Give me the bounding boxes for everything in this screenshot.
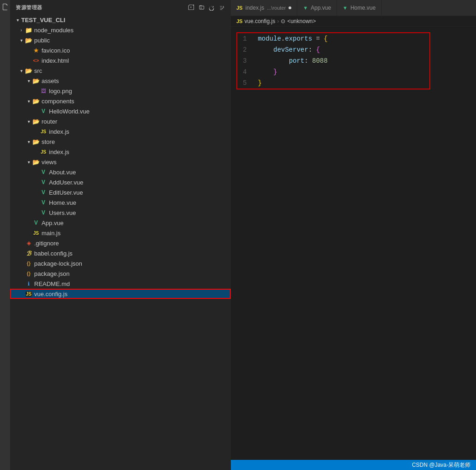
babel-icon: ℬ (25, 250, 32, 257)
code-area: 1 2 3 4 5 module.exports = { devServer: … (237, 33, 429, 89)
html-icon: <> (32, 57, 40, 64)
tab-vue-icon: ▼ (343, 5, 348, 11)
tree-item-src[interactable]: 📂 src (10, 65, 231, 76)
tab-bar: JS index.js ...\router ▼ App.vue ▼ Home.… (231, 0, 476, 16)
line-num-5: 5 (243, 77, 247, 89)
new-folder-button[interactable] (198, 4, 205, 11)
tree-item-logo[interactable]: 🖼 logo.png (10, 86, 231, 96)
tree-item-about[interactable]: V About.vue (10, 167, 231, 177)
code-line-3: port: 8088 (258, 55, 424, 66)
router-arrow (25, 118, 32, 125)
tree-item-babel[interactable]: ℬ babel.config.js (10, 248, 231, 258)
js-icon: JS (25, 290, 32, 297)
tree-item-package-json[interactable]: {} package.json (10, 268, 231, 279)
tree-item-router-index[interactable]: JS index.js (10, 126, 231, 137)
tree-item-helloworld[interactable]: V HelloWorld.vue (10, 106, 231, 116)
js-icon: JS (40, 128, 47, 135)
readme-label: README.md (34, 280, 70, 287)
breadcrumb-file: vue.config.js (244, 18, 275, 24)
collapse-all-button[interactable] (218, 4, 225, 11)
tree-item-gitignore[interactable]: ◈ .gitignore (10, 238, 231, 248)
folder-icon: 📁 (25, 26, 32, 34)
folder-icon: 📂 (32, 138, 40, 145)
edituser-label: EditUser.vue (49, 189, 83, 196)
views-label: views (42, 159, 57, 166)
tree-item-main-js[interactable]: JS main.js (10, 228, 231, 238)
main-js-label: main.js (42, 230, 60, 237)
vue-icon: V (40, 199, 47, 206)
node-modules-arrow (18, 26, 25, 34)
tree-item-index-html[interactable]: <> index.html (10, 55, 231, 65)
public-arrow (18, 36, 25, 44)
sidebar-title: 资源管理器 (16, 4, 42, 11)
vue-icon: V (40, 178, 47, 186)
favicon-label: favicon.ico (42, 47, 70, 54)
components-label: components (42, 98, 74, 105)
line-num-4: 4 (243, 66, 247, 77)
about-label: About.vue (49, 169, 76, 176)
line-num-3: 3 (243, 55, 247, 66)
home-label: Home.vue (49, 199, 76, 206)
app-vue-label: App.vue (42, 220, 64, 226)
folder-icon: 📂 (25, 36, 32, 44)
tree-item-assets[interactable]: 📂 assets (10, 76, 231, 86)
store-arrow (25, 138, 32, 145)
tree-item-package-lock[interactable]: {} package-lock.json (10, 258, 231, 268)
tree-item-node-modules[interactable]: 📁 node_modules (10, 25, 231, 35)
tree-item-views[interactable]: 📂 views (10, 157, 231, 167)
activity-files[interactable] (0, 2, 10, 12)
tab-app-vue[interactable]: ▼ App.vue (297, 0, 337, 16)
sidebar: 资源管理器 TEST_VUE_CLI 📁 node_modul (10, 0, 231, 470)
folder-icon: 📂 (25, 67, 32, 74)
tree-item-vue-config[interactable]: JS vue.config.js (10, 289, 231, 299)
users-label: Users.vue (49, 209, 76, 216)
vue-icon: V (40, 168, 47, 176)
tree-item-edituser[interactable]: V EditUser.vue (10, 187, 231, 197)
tab-home-vue[interactable]: ▼ Home.vue (337, 0, 382, 16)
tree-item-store[interactable]: 📂 store (10, 137, 231, 147)
png-icon: 🖼 (40, 87, 47, 95)
tree-item-users[interactable]: V Users.vue (10, 208, 231, 218)
tree-item-router[interactable]: 📂 router (10, 116, 231, 126)
tab-path-label: ...\router (267, 5, 286, 11)
tree-item-readme[interactable]: ℹ README.md (10, 279, 231, 289)
activity-bar (0, 0, 10, 470)
tree-item-favicon[interactable]: ★ favicon.ico (10, 45, 231, 55)
refresh-button[interactable] (208, 4, 215, 11)
code-editor[interactable]: 1 2 3 4 5 module.exports = { devServer: … (231, 27, 476, 460)
tab-app-label: App.vue (311, 5, 331, 11)
line-numbers: 1 2 3 4 5 (237, 33, 252, 89)
git-icon: ◈ (25, 239, 32, 247)
js-icon: JS (32, 229, 40, 237)
breadcrumb-symbol-icon: ⊙ (281, 18, 285, 24)
tab-index-js[interactable]: JS index.js ...\router (231, 0, 297, 16)
code-lines: module.exports = { devServer: { port: 80… (252, 33, 429, 89)
status-bar: CSDN @Java-呆萌老师 (231, 460, 476, 470)
md-icon: ℹ (25, 280, 32, 287)
root-arrow (14, 16, 21, 24)
code-line-5: } (258, 77, 424, 89)
folder-icon: 📂 (32, 97, 40, 105)
folder-icon: 📂 (32, 77, 40, 84)
tree-root[interactable]: TEST_VUE_CLI (10, 15, 231, 25)
new-file-button[interactable] (187, 4, 195, 11)
tree-item-home[interactable]: V Home.vue (10, 197, 231, 208)
js-icon: JS (40, 148, 47, 155)
src-arrow (18, 67, 25, 74)
line-num-2: 2 (243, 44, 247, 55)
logo-label: logo.png (49, 88, 72, 95)
vue-icon: V (40, 107, 47, 115)
assets-arrow (25, 77, 32, 84)
tree-item-store-index[interactable]: JS index.js (10, 147, 231, 157)
package-json-label: package.json (34, 270, 70, 277)
assets-label: assets (42, 77, 59, 84)
tree-item-app-vue[interactable]: V App.vue (10, 218, 231, 228)
views-arrow (25, 158, 32, 166)
tree-item-components[interactable]: 📂 components (10, 96, 231, 106)
src-label: src (34, 67, 42, 74)
store-index-label: index.js (49, 149, 69, 155)
tree-item-public[interactable]: 📂 public (10, 35, 231, 45)
tree-item-adduser[interactable]: V AddUser.vue (10, 177, 231, 187)
components-arrow (25, 97, 32, 105)
tab-vue-icon: ▼ (303, 5, 308, 11)
